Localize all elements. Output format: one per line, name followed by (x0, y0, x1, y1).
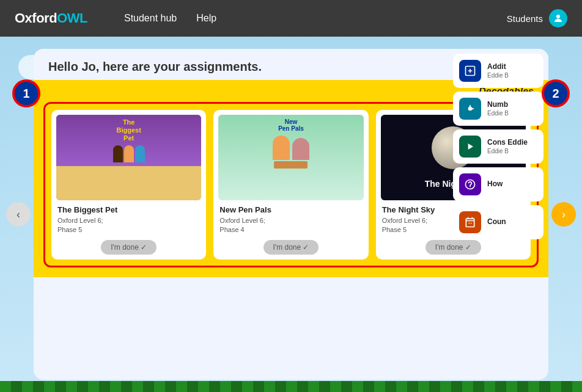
sidebar-item-how[interactable]: How (453, 167, 543, 201)
user-avatar-icon[interactable] (549, 9, 567, 27)
sidebar-cons-text: Cons Eddie Eddie B (487, 138, 528, 156)
students-label: Students (507, 13, 543, 24)
sidebar-item-numb[interactable]: Numb Eddie B (453, 92, 543, 126)
nav-circle-1[interactable]: 1 (12, 79, 40, 107)
sidebar-panels: Addit Eddie B Numb Eddie B (451, 49, 548, 380)
book-cover-biggest-pet: TheBiggestPet (56, 115, 201, 200)
sidebar-coun-text: Coun (487, 217, 506, 227)
svg-point-0 (556, 15, 560, 18)
sidebar-item-cons[interactable]: Cons Eddie Eddie B (453, 129, 543, 164)
svg-marker-5 (468, 143, 473, 150)
book-title-2: New Pen Pals (219, 205, 362, 214)
svg-point-7 (470, 222, 472, 224)
logo-owl-text: OWL (57, 10, 87, 26)
sidebar-item-coun[interactable]: Coun (453, 205, 543, 239)
how-icon (459, 173, 481, 195)
header-right: Students (507, 9, 567, 27)
logo: OxfordOWL (15, 10, 87, 26)
nav-circle-2[interactable]: 2 (542, 79, 570, 107)
ground-strip (0, 381, 582, 392)
sidebar-numb-text: Numb Eddie B (487, 100, 509, 118)
next-arrow-button[interactable]: › (551, 202, 576, 227)
sidebar-how-text: How (487, 180, 503, 189)
nav-help[interactable]: Help (196, 13, 216, 24)
coun-icon (459, 211, 481, 233)
svg-point-4 (468, 107, 473, 111)
sidebar-addit-text: Addit Eddie B (487, 62, 509, 80)
book-card-2[interactable]: NewPen Pals New Pen Pals Oxford Level 6; (213, 110, 368, 260)
done-button-2[interactable]: I'm done ✓ (263, 240, 319, 255)
header-nav: Student hub Help (124, 13, 216, 24)
main-area: Hello Jo, here are your assignments. Dec… (0, 37, 582, 392)
content-panel: Hello Jo, here are your assignments. Dec… (34, 49, 548, 380)
addit-icon (459, 60, 481, 82)
biggest-pet-art: TheBiggestPet (56, 115, 201, 200)
logo-oxford-text: Oxford (15, 10, 57, 26)
book-title-1: The Biggest Pet (57, 205, 200, 214)
svg-point-6 (468, 222, 470, 224)
cons-icon (459, 136, 481, 158)
nav-student-hub[interactable]: Student hub (124, 13, 177, 24)
header: OxfordOWL Student hub Help Students (0, 0, 582, 37)
book-card-1[interactable]: TheBiggestPet The Biggest Pet Oxford Lev… (51, 110, 206, 260)
book-meta-1: Oxford Level 6; Phase 5 (57, 216, 200, 235)
done-button-1[interactable]: I'm done ✓ (101, 240, 157, 255)
book-info-2: New Pen Pals Oxford Level 6; Phase 4 (218, 205, 363, 235)
book-cover-new-pen-pals: NewPen Pals (218, 115, 363, 200)
prev-arrow-button[interactable]: ‹ (6, 202, 31, 227)
new-pen-pals-art: NewPen Pals (218, 115, 363, 200)
sidebar-item-addit[interactable]: Addit Eddie B (453, 54, 543, 88)
book-meta-2: Oxford Level 6; Phase 4 (219, 216, 362, 235)
book-info-1: The Biggest Pet Oxford Level 6; Phase 5 (56, 205, 201, 235)
numb-icon (459, 98, 481, 120)
